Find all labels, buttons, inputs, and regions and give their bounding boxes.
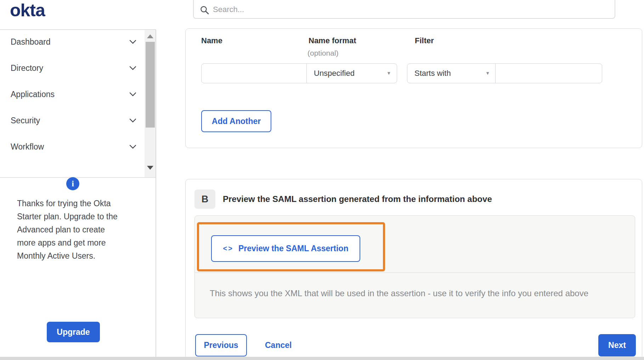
window-bottom-edge xyxy=(0,357,644,360)
cancel-link[interactable]: Cancel xyxy=(265,334,292,356)
name-format-select[interactable]: Unspecified ▼ xyxy=(306,63,397,83)
add-another-button[interactable]: Add Another xyxy=(201,110,271,132)
next-button[interactable]: Next xyxy=(598,334,636,356)
preview-box-divider xyxy=(195,272,635,273)
preview-assertion-box: <> Preview the SAML Assertion This shows… xyxy=(194,215,635,318)
assertion-note-text: This shows you the XML that will be used… xyxy=(210,288,588,299)
sidebar-item-directory[interactable]: Directory xyxy=(11,60,136,76)
sidebar-item-label: Dashboard xyxy=(11,37,51,47)
sidebar-item-applications[interactable]: Applications xyxy=(11,86,136,102)
sidebar-item-security[interactable]: Security xyxy=(11,113,136,128)
sidebar-item-label: Directory xyxy=(11,63,43,73)
info-icon: i xyxy=(66,177,79,190)
search-input[interactable] xyxy=(213,1,603,18)
chevron-down-icon xyxy=(129,92,136,96)
sidebar-separator xyxy=(156,30,156,360)
name-format-value: Unspecified xyxy=(314,69,355,78)
chevron-down-icon xyxy=(129,40,136,44)
scroll-up-arrow-icon[interactable] xyxy=(147,34,153,38)
code-icon: <> xyxy=(223,244,233,253)
dropdown-caret-icon: ▼ xyxy=(485,64,490,83)
dropdown-caret-icon: ▼ xyxy=(386,64,391,83)
sidebar-item-label: Workflow xyxy=(11,142,44,152)
filter-value-input[interactable] xyxy=(495,63,602,83)
optional-label: (optional) xyxy=(307,49,339,57)
sidebar-scrollbar[interactable] xyxy=(145,30,156,177)
preview-saml-assertion-button[interactable]: <> Preview the SAML Assertion xyxy=(211,235,360,262)
scrollbar-thumb[interactable] xyxy=(146,42,155,128)
step-b-badge: B xyxy=(194,190,215,209)
global-search xyxy=(193,0,615,19)
sidebar-item-label: Security xyxy=(11,116,40,125)
preview-saml-panel: B Preview the SAML assertion generated f… xyxy=(185,179,642,360)
search-icon xyxy=(200,6,209,15)
previous-button[interactable]: Previous xyxy=(195,334,247,356)
filter-column-label: Filter xyxy=(415,36,434,45)
okta-logo: okta xyxy=(10,0,45,21)
sidebar-item-workflow[interactable]: Workflow xyxy=(11,139,136,154)
preview-section-title: Preview the SAML assertion generated fro… xyxy=(223,190,492,209)
chevron-down-icon xyxy=(129,145,136,149)
chevron-down-icon xyxy=(129,118,136,123)
filter-type-select[interactable]: Starts with ▼ xyxy=(407,63,496,83)
scroll-down-arrow-icon[interactable] xyxy=(147,166,153,170)
attribute-name-input[interactable] xyxy=(201,63,307,83)
preview-button-label: Preview the SAML Assertion xyxy=(238,244,349,253)
sidebar-item-label: Applications xyxy=(11,90,55,99)
chevron-down-icon xyxy=(129,66,136,70)
okta-admin-screen: okta Dashboard Directory Applications Se… xyxy=(0,0,644,360)
filter-type-value: Starts with xyxy=(414,69,451,78)
sidebar-bottom-divider xyxy=(0,177,156,178)
name-format-column-label: Name format xyxy=(309,36,356,45)
sidebar-top-divider xyxy=(0,29,156,30)
attribute-statements-panel: Name Name format (optional) Filter Unspe… xyxy=(185,28,642,148)
name-column-label: Name xyxy=(201,36,222,45)
sidebar-item-dashboard[interactable]: Dashboard xyxy=(11,34,136,50)
upgrade-button[interactable]: Upgrade xyxy=(47,322,100,342)
trial-notice-text: Thanks for trying the Okta Starter plan.… xyxy=(17,197,122,263)
